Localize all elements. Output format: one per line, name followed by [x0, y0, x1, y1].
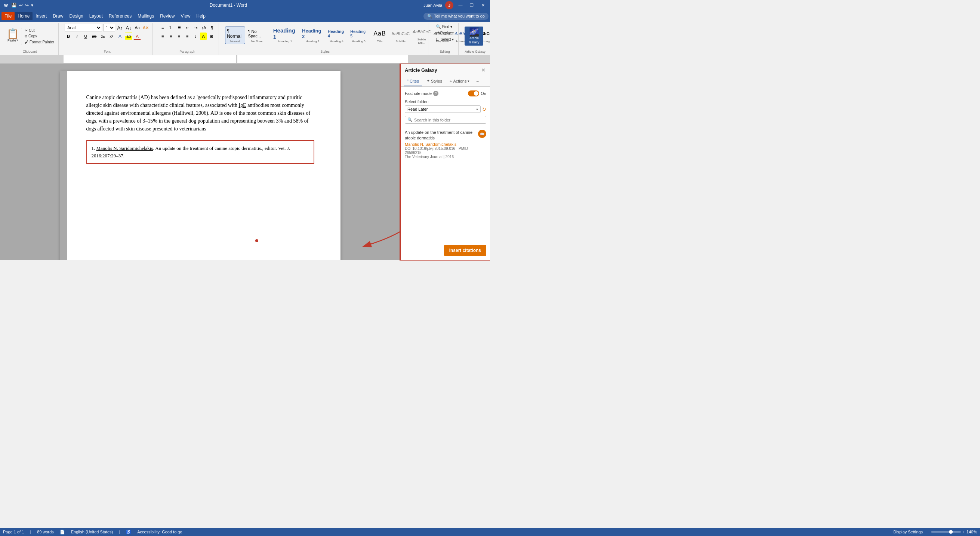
clipboard-small-actions: ✂ Cut ⧉ Copy 🖌 Format Painter [24, 28, 55, 45]
paragraph-group: ≡ 1. ≣ ⇤ ⇥ ↕A ¶ ≡ ≡ ≡ ≡ ↕ A ⊞ Paragraph [156, 23, 219, 55]
menu-design[interactable]: Design [66, 12, 86, 20]
fast-cite-help-icon[interactable]: ? [433, 91, 438, 96]
format-painter-button[interactable]: 🖌 Format Painter [24, 40, 55, 45]
quick-access-redo[interactable]: ↪ [25, 3, 29, 8]
bullets-btn[interactable]: ≡ [159, 24, 166, 32]
fast-cite-toggle[interactable]: On [468, 91, 486, 97]
font-name-select[interactable]: Arial [65, 24, 102, 32]
menu-view[interactable]: View [178, 12, 194, 20]
folder-refresh-btn[interactable]: ↻ [482, 107, 486, 112]
document-area: Canine atopic dermatitis (AD) has been d… [0, 64, 400, 260]
word-icon: W [3, 2, 9, 8]
style-normal-preview: ¶ Normal [227, 28, 243, 40]
quick-access-undo[interactable]: ↩ [19, 3, 23, 8]
line-spacing-btn[interactable]: ↕ [192, 32, 199, 40]
restore-btn[interactable]: ❐ [468, 1, 476, 10]
font-row-1: Arial 11 A↑ A↓ Aa A✕ [65, 24, 150, 32]
style-subtitle[interactable]: AaBbCcC Subtitle [391, 27, 410, 44]
ag-minimize-btn[interactable]: − [475, 67, 479, 74]
grow-font-btn[interactable]: A↑ [116, 24, 124, 32]
tell-me-bar[interactable]: 🔍 Tell me what you want to do [423, 13, 488, 20]
style-title[interactable]: AaB Title [370, 27, 390, 44]
subscript-btn[interactable]: x₂ [99, 32, 107, 40]
superscript-btn[interactable]: x² [108, 32, 115, 40]
document-body: Canine atopic dermatitis (AD) has been d… [86, 94, 314, 133]
article-author[interactable]: Manolis N. Saridomichelakis [405, 142, 476, 146]
font-color-btn[interactable]: A [134, 32, 141, 40]
minimize-btn[interactable]: — [457, 1, 465, 10]
text-effects-btn[interactable]: A [116, 32, 124, 40]
user-name: Juan Avila [423, 3, 442, 8]
clear-format-btn[interactable]: A✕ [142, 24, 150, 32]
align-right-btn[interactable]: ≡ [175, 32, 183, 40]
replace-label: Replace [440, 31, 454, 35]
menu-help[interactable]: Help [193, 12, 208, 20]
ag-tab-styles[interactable]: ✦ Styles [423, 76, 445, 86]
bold-button[interactable]: B [65, 32, 72, 40]
ag-tab-more[interactable]: ··· [474, 76, 480, 86]
shading-btn[interactable]: A [200, 32, 207, 40]
borders-btn[interactable]: ⊞ [207, 32, 215, 40]
style-heading4[interactable]: Heading 4 Heading 4 [326, 27, 347, 44]
find-button[interactable]: 🔍 Find ▾ [434, 24, 456, 30]
strikethrough-btn[interactable]: ab [91, 32, 98, 40]
style-heading2[interactable]: Heading 2 Heading 2 [300, 27, 325, 44]
align-center-btn[interactable]: ≡ [167, 32, 175, 40]
style-heading4-preview: Heading 4 [328, 28, 345, 40]
paste-button[interactable]: 📋 Paste ▾ [5, 28, 22, 45]
text-highlight-btn[interactable]: ab [125, 32, 132, 40]
style-heading1[interactable]: Heading 1 Heading 1 [271, 27, 299, 44]
menu-draw[interactable]: Draw [50, 12, 66, 20]
article-galaxy-ribbon-btn[interactable]: 🌌 ArticleGalaxy [465, 27, 483, 46]
multilevel-btn[interactable]: ≣ [175, 24, 183, 32]
style-subtleem[interactable]: AaBbCcC Subtle Em... [412, 25, 431, 46]
article-card-content: An update on the treatment of canine ato… [405, 130, 476, 159]
menu-mailings[interactable]: Mailings [135, 12, 157, 20]
folder-select-dropdown[interactable]: Read Later ▾ [405, 105, 480, 113]
underline-button[interactable]: U [82, 32, 89, 40]
menu-home[interactable]: Home [14, 12, 32, 20]
style-nospacing[interactable]: ¶ No Spac... No Spac... [246, 27, 270, 44]
style-heading5-preview: Heading 5 [350, 28, 367, 40]
italic-button[interactable]: I [73, 32, 81, 40]
menu-review[interactable]: Review [157, 12, 178, 20]
justify-btn[interactable]: ≡ [183, 32, 191, 40]
insert-citations-btn[interactable]: Insert citations [444, 245, 486, 256]
menu-layout[interactable]: Layout [86, 12, 106, 20]
search-input[interactable] [414, 118, 484, 122]
cite-article-btn[interactable]: 📖 [478, 130, 486, 138]
style-heading5[interactable]: Heading 5 Heading 5 [348, 27, 369, 44]
quick-access-more[interactable]: ▾ [31, 3, 33, 8]
select-button[interactable]: ☐ Select ▾ [434, 37, 456, 42]
title-bar: W 💾 ↩ ↪ ▾ Document1 - Word Juan Avila J … [0, 0, 490, 11]
replace-button[interactable]: ⇄ Replace [434, 30, 456, 36]
decrease-indent-btn[interactable]: ⇤ [183, 24, 191, 32]
increase-indent-btn[interactable]: ⇥ [192, 24, 199, 32]
cut-button[interactable]: ✂ Cut [24, 28, 55, 33]
menu-insert[interactable]: Insert [32, 12, 50, 20]
show-marks-btn[interactable]: ¶ [208, 24, 216, 32]
numbering-btn[interactable]: 1. [167, 24, 175, 32]
ag-tab-actions[interactable]: + Actions ▾ [447, 76, 473, 86]
styles-tab-label: Styles [431, 79, 442, 83]
menu-references[interactable]: References [106, 12, 135, 20]
quick-access-save[interactable]: 💾 [11, 3, 17, 8]
font-size-select[interactable]: 11 [103, 24, 115, 32]
article-card: An update on the treatment of canine ato… [405, 127, 486, 162]
close-btn[interactable]: ✕ [479, 1, 487, 10]
copy-button[interactable]: ⧉ Copy [24, 33, 55, 39]
ag-close-btn[interactable]: ✕ [480, 67, 486, 74]
align-left-btn[interactable]: ≡ [159, 32, 166, 40]
sort-btn[interactable]: ↕A [200, 24, 207, 32]
search-box[interactable]: 🔍 [405, 116, 486, 124]
style-normal[interactable]: ¶ Normal Normal [225, 27, 245, 44]
font-row-2: B I U ab x₂ x² A ab A [65, 32, 150, 40]
style-heading1-preview: Heading 1 [273, 28, 297, 40]
fast-cite-row: Fast cite mode ? On [405, 91, 486, 97]
toggle-track[interactable] [468, 91, 479, 97]
copy-label: Copy [29, 34, 37, 38]
shrink-font-btn[interactable]: A↓ [125, 24, 132, 32]
ag-tab-cites[interactable]: " Cites [404, 76, 422, 86]
menu-file[interactable]: File [2, 12, 14, 20]
font-case-btn[interactable]: Aa [134, 24, 141, 32]
